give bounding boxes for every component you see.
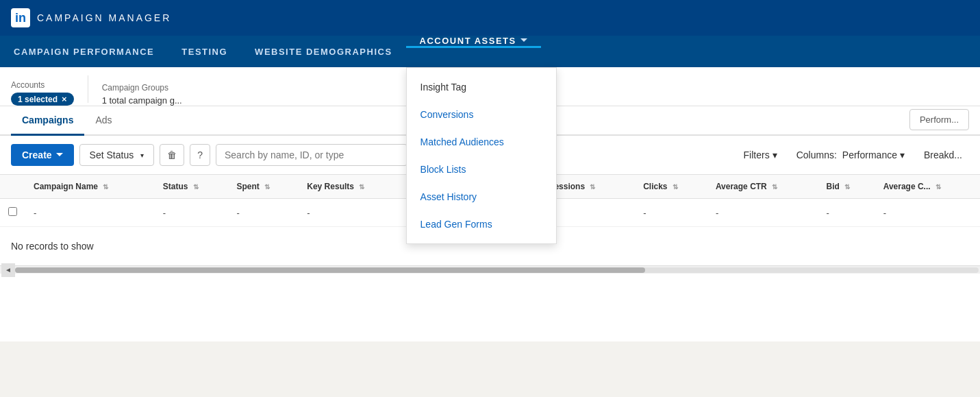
scroll-bar-container: ◄ <box>0 265 980 274</box>
help-button[interactable]: ? <box>190 144 210 166</box>
row-bid: - <box>818 199 875 227</box>
row-spent: - <box>228 199 299 227</box>
nav-item-account-assets[interactable]: ACCOUNT ASSETS <box>406 36 541 48</box>
th-spent[interactable]: Spent ⇅ <box>228 175 299 199</box>
perform-btn-container: Perform... <box>909 109 969 134</box>
filters-dropdown-arrow: ▾ <box>772 149 777 160</box>
row-average-c: - <box>875 199 980 227</box>
sort-icon-average-c: ⇅ <box>935 183 941 191</box>
dropdown-item-conversions[interactable]: Conversions <box>407 101 556 128</box>
filters-button[interactable]: Filters ▾ <box>737 145 784 165</box>
row-checkbox-cell <box>0 199 25 227</box>
dropdown-item-matched-audiences[interactable]: Matched Audiences <box>407 128 556 156</box>
dropdown-item-asset-history[interactable]: Asset History <box>407 183 556 210</box>
delete-button[interactable]: 🗑 <box>160 144 184 166</box>
th-average-ctr[interactable]: Average CTR ⇅ <box>707 175 818 199</box>
th-average-c[interactable]: Average C... ⇅ <box>875 175 980 199</box>
campaign-groups-value: 1 total campaign g... <box>102 95 182 106</box>
scroll-bar-thumb <box>15 267 645 273</box>
scroll-bar-track[interactable] <box>15 267 979 273</box>
th-status[interactable]: Status ⇅ <box>155 175 229 199</box>
help-icon: ? <box>197 149 203 160</box>
trash-icon: 🗑 <box>167 149 177 160</box>
sort-icon-average-ctr: ⇅ <box>772 183 777 191</box>
th-bid[interactable]: Bid ⇅ <box>818 175 875 199</box>
row-average-ctr: - <box>707 199 818 227</box>
set-status-button[interactable]: Set Status ▾ <box>79 144 155 166</box>
sort-icon-clicks: ⇅ <box>673 183 678 191</box>
sort-icon-key-results: ⇅ <box>359 183 364 191</box>
sort-icon-bid: ⇅ <box>844 183 850 191</box>
set-status-arrow: ▾ <box>140 152 144 159</box>
th-campaign-name[interactable]: Campaign Name ⇅ <box>25 175 155 199</box>
perform-button[interactable]: Perform... <box>909 109 969 130</box>
sort-icon-status: ⇅ <box>193 183 199 191</box>
sort-icon-impressions: ⇅ <box>590 183 595 191</box>
divider <box>88 75 88 103</box>
sort-icon-spent: ⇅ <box>264 183 270 191</box>
scroll-left-button[interactable]: ◄ <box>1 263 15 277</box>
account-assets-dropdown-container: ACCOUNT ASSETS Insight Tag Conversions M… <box>406 36 541 67</box>
account-assets-dropdown-menu: Insight Tag Conversions Matched Audience… <box>406 67 557 244</box>
linkedin-logo: in <box>11 8 30 27</box>
row-status: - <box>155 199 229 227</box>
dropdown-item-lead-gen-forms[interactable]: Lead Gen Forms <box>407 210 556 238</box>
dropdown-item-insight-tag[interactable]: Insight Tag <box>407 73 556 101</box>
nav-item-website-demographics[interactable]: WEBSITE DEMOGRAPHICS <box>241 36 405 67</box>
row-clicks: - <box>635 199 707 227</box>
row-key-results: - <box>299 199 403 227</box>
columns-dropdown-arrow: ▾ <box>900 149 905 160</box>
toolbar-right: Filters ▾ Columns: Performance ▾ Breakd.… <box>737 145 969 165</box>
accounts-section: Accounts 1 selected × <box>11 80 74 106</box>
accounts-badge: 1 selected × <box>11 93 74 106</box>
accounts-label: Accounts <box>11 80 74 90</box>
nav-item-campaign-performance[interactable]: CAMPAIGN PERFORMANCE <box>0 36 168 67</box>
tab-ads[interactable]: Ads <box>84 106 123 136</box>
accounts-badge-close[interactable]: × <box>62 94 67 104</box>
create-dropdown-arrow <box>56 153 63 160</box>
top-header: in CAMPAIGN MANAGER <box>0 0 980 36</box>
app-title: CAMPAIGN MANAGER <box>37 12 171 23</box>
columns-button[interactable]: Columns: Performance ▾ <box>790 145 912 165</box>
row-checkbox[interactable] <box>8 207 17 216</box>
campaign-groups-label: Campaign Groups <box>102 83 182 93</box>
nav-item-testing[interactable]: TESTING <box>168 36 241 67</box>
th-clicks[interactable]: Clicks ⇅ <box>635 175 707 199</box>
nav-bar: CAMPAIGN PERFORMANCE TESTING WEBSITE DEM… <box>0 36 980 67</box>
campaign-groups-section: Campaign Groups 1 total campaign g... <box>102 83 182 106</box>
th-checkbox <box>0 175 25 199</box>
dropdown-item-block-lists[interactable]: Block Lists <box>407 156 556 183</box>
tab-campaigns[interactable]: Campaigns <box>11 106 84 136</box>
sort-icon-campaign-name: ⇅ <box>103 183 108 191</box>
account-assets-dropdown-arrow <box>520 38 527 45</box>
row-campaign-name: - <box>25 199 155 227</box>
create-button[interactable]: Create <box>11 144 74 166</box>
breakdown-button[interactable]: Breakd... <box>917 145 969 165</box>
search-input[interactable] <box>216 144 407 166</box>
th-key-results[interactable]: Key Results ⇅ <box>299 175 403 199</box>
